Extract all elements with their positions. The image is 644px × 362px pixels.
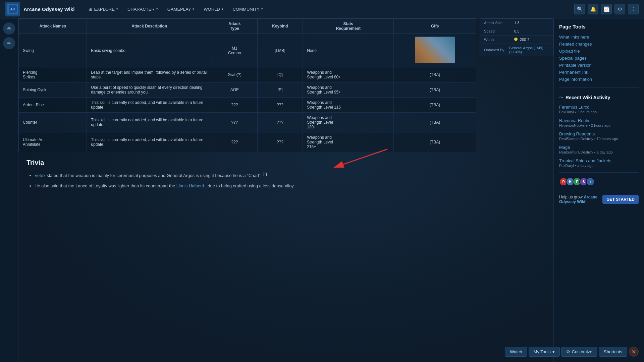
col-header-stats: StatsRequirement [303,19,394,34]
cell-stats: Weapons andStrength Level 115+ [303,98,394,113]
activity-link-brewing[interactable]: Brewing Reagents [559,131,639,136]
vetex-link[interactable]: Vetex [35,173,46,178]
stats-worth: Worth 200-? [480,36,553,44]
recent-activity-section: 〜 Recent Wiki Activity Feremius Lurco Fo… [559,95,639,168]
col-header-gifs: Gifs [394,19,476,34]
nav-world[interactable]: WORLD ▾ [200,5,227,14]
panel-divider-2 [559,172,639,173]
cell-keybind: [E] [257,82,303,98]
nav-character[interactable]: CHARACTER ▾ [123,5,162,14]
link-page-information[interactable]: Page information [559,76,639,83]
notifications-button[interactable]: 🔔 [588,4,598,14]
cell-gif: (TBA) [394,132,476,152]
cell-desc: This skill is currently not added, and w… [87,113,212,132]
world-chevron-icon: ▾ [222,7,223,11]
cell-name: PiercingStrikes [19,67,87,82]
cell-type: AOE [212,82,258,98]
cell-desc: This skill is currently not added, and w… [87,98,212,113]
sidebar-edit-button[interactable]: ✏ [3,37,15,49]
lions-halberd-link[interactable]: Lion's Halberd [176,183,204,188]
wiki-logo[interactable]: AO [5,2,20,16]
sidebar-move-button[interactable]: ⊕ [3,22,15,35]
cell-stats: Weapons andStrength Level215+ [303,132,394,152]
cell-gif: (TBA) [394,98,476,113]
cell-gif [394,34,476,67]
activity-meta: FoxDaryl • a day ago [559,164,639,168]
table-row: Counter This skill is currently not adde… [19,113,476,132]
activity-item: Tropical Shirts and Jackets FoxDaryl • a… [559,158,639,168]
link-what-links-here[interactable]: What links here [559,34,639,41]
gold-icon [514,38,518,41]
my-tools-button[interactable]: My Tools ▾ [529,347,560,357]
trivia-section: Trivia Vetex stated that the weapon is m… [18,152,550,200]
cell-type: ??? [212,98,258,113]
cell-gif: (TBA) [394,67,476,82]
link-special-pages[interactable]: Special pages [559,55,639,62]
trivia-heading: Trivia [26,159,542,167]
activity-link-mage[interactable]: Mage [559,145,639,150]
my-tools-chevron-icon: ▾ [552,349,555,354]
nav-right-actions: 🔍 🔔 📈 ⚙ ⋮ [574,4,639,14]
activity-header: 〜 Recent Wiki Activity [559,95,639,101]
logo-icon: AO [7,4,18,14]
watch-button[interactable]: Watch [505,347,527,357]
cell-desc: Use a burst of speed to quickly slash at… [87,82,212,98]
cell-stats: None [303,34,394,67]
settings-button[interactable]: ⚙ [614,4,625,14]
activity-title: Recent Wiki Activity [566,95,610,100]
col-header-desc: Attack Description [87,19,212,34]
link-related-changes[interactable]: Related changes [559,41,639,48]
activity-item: Ravenna Realm HyperionNotHere • 2 hours … [559,118,639,127]
community-chevron-icon: ▾ [261,7,263,11]
cell-name: Shining Cycle [19,82,87,98]
col-header-type: AttackType [212,19,258,34]
nav-explore[interactable]: ⊞ EXPLORE ▾ [85,5,122,14]
grow-wiki-name: Arcane Odyssey Wiki [559,195,597,204]
explore-grid-icon: ⊞ [89,7,92,12]
more-button[interactable]: ⋮ [628,4,639,14]
close-icon: ✕ [632,349,636,355]
grow-wiki-section: R H F S + Help us grow Arcane Odyssey Wi… [559,177,639,204]
wiki-title: Arcane Odyssey Wiki [23,6,74,12]
cell-keybind: ??? [257,113,303,132]
cell-stats: Weapons andStrength Level 95+ [303,82,394,98]
col-header-names: Attack Names [19,19,87,34]
cell-name: Ardent Rise [19,98,87,113]
activity-icon: 〜 [559,95,564,101]
get-started-button[interactable]: GET STARTED [602,195,639,204]
activity-item: Feremius Lurco FoxDaryl • 2 hours ago [559,105,639,114]
my-tools-label: My Tools [534,349,551,354]
page-tools-title: Page Tools [559,24,639,29]
cell-gif: (TBA) [394,113,476,132]
panel-divider [559,87,639,88]
nav-gameplay[interactable]: GAMEPLAY ▾ [163,5,199,14]
table-row: Ultimate Art:Annihilate This skill is cu… [19,132,476,152]
swing-gif [415,37,455,63]
cell-type: ??? [212,113,258,132]
attack-table: Attack Names Attack Description AttackTy… [18,18,476,152]
nav-menu: ⊞ EXPLORE ▾ CHARACTER ▾ GAMEPLAY ▾ WORLD… [85,5,574,14]
link-permanent-link[interactable]: Permanent link [559,69,639,76]
table-row: Shining Cycle Use a burst of speed to qu… [19,82,476,98]
nav-community[interactable]: COMMUNITY ▾ [229,5,267,14]
cell-keybind: ??? [257,98,303,113]
customize-button[interactable]: ⚙ Customize [561,347,597,357]
grow-wiki-text: Help us grow Arcane Odyssey Wiki! [559,195,599,204]
close-toolbar-button[interactable]: ✕ [629,347,639,357]
graph-button[interactable]: 📈 [601,4,612,14]
activity-link-tropical[interactable]: Tropical Shirts and Jackets [559,158,639,163]
avatars-row: R H F S + [559,177,639,186]
cell-desc: Leap at the target and impale them, foll… [87,67,212,82]
top-navigation: AO Arcane Odyssey Wiki ⊞ EXPLORE ▾ CHARA… [0,0,644,18]
cell-desc: Basic swing combo. [87,34,212,67]
table-row: Ardent Rise This skill is currently not … [19,98,476,113]
cell-stats: Weapons andStrength Level 80+ [303,67,394,82]
link-upload-file[interactable]: Upload file [559,48,639,55]
shortcuts-button[interactable]: Shortcuts [599,347,627,357]
cell-keybind: [Q] [257,67,303,82]
link-printable-version[interactable]: Printable version [559,62,639,69]
activity-link-ravenna[interactable]: Ravenna Realm [559,118,639,123]
activity-link-feremius[interactable]: Feremius Lurco [559,105,639,110]
attack-table-body: Swing Basic swing combo. M1Combo [LMB] N… [19,34,476,152]
search-button[interactable]: 🔍 [574,4,585,14]
